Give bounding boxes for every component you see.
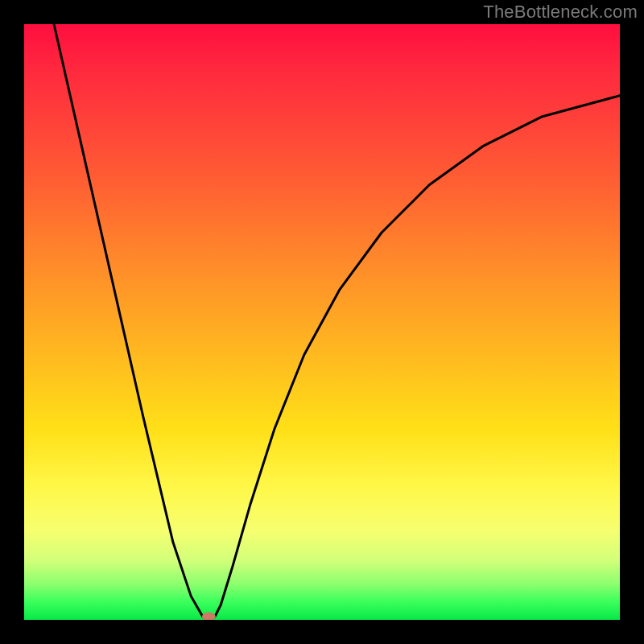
curve-path — [54, 24, 620, 620]
bottleneck-curve — [24, 24, 620, 620]
minimum-marker — [202, 613, 215, 620]
plot-area — [24, 24, 620, 620]
watermark-text: TheBottleneck.com — [483, 2, 638, 23]
chart-frame: TheBottleneck.com — [0, 0, 644, 644]
